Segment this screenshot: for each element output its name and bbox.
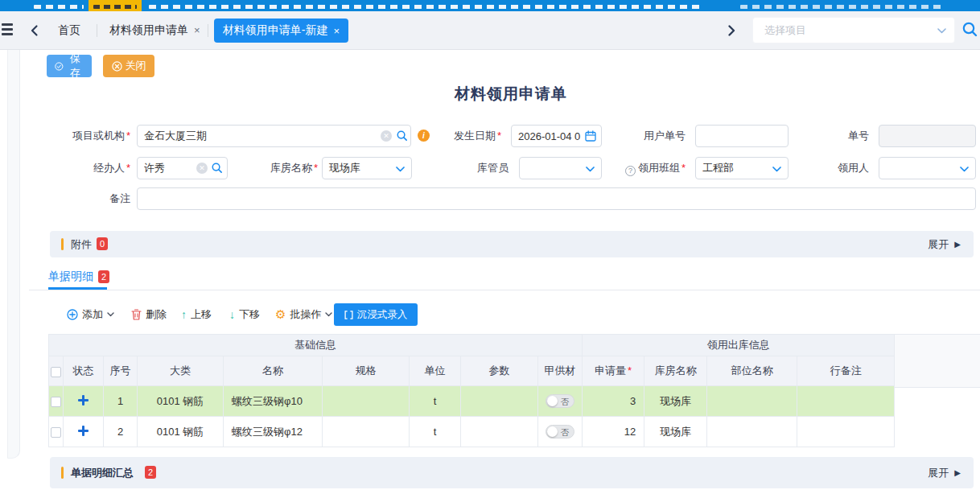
search-icon[interactable] [961,21,978,37]
arrow-down-icon: ↓ [229,308,235,321]
app-window: 首页 材料领用申请单× 材料领用申请单-新建× 保存 [0,0,980,494]
chevron-right-icon[interactable] [727,24,736,37]
tab-close-icon[interactable]: × [334,25,340,37]
remark-label: 备注 [48,187,130,210]
help-icon[interactable]: ? [625,166,636,176]
user-no-input[interactable] [695,125,789,147]
plus-status-icon[interactable] [78,395,89,405]
row-checkbox[interactable] [51,397,61,407]
handler-label: 经办人* [48,157,130,179]
recipient-label: 领用人 [805,157,869,179]
toggle-knob [547,396,558,406]
project-label: 项目或机构* [48,125,130,147]
arrow-up-icon: ↑ [181,308,187,321]
menubar-highlighted-item[interactable] [89,0,142,11]
summary-expand-button[interactable]: 展开 ▶ [928,457,961,488]
immersive-entry-label: 沉浸式录入 [357,308,408,322]
tab-material-requisition-list[interactable]: 材料领用申请单× [109,11,200,49]
plus-status-icon[interactable] [78,426,89,436]
expand-label: 展开 [928,466,949,480]
grid-group-header-row: 基础信息 领用出库信息 [49,335,895,356]
hamburger-menu-icon[interactable] [2,23,13,36]
cell-category: 0101 钢筋 [138,386,224,417]
tab-material-requisition-new[interactable]: 材料领用申请单-新建× [214,19,348,43]
col-header-unit: 单位 [410,356,461,386]
search-icon[interactable] [396,130,408,142]
keeper-select[interactable] [519,157,602,179]
cell-qty[interactable]: 12 [583,417,644,447]
warehouse-label: 库房名称* [241,157,318,179]
detail-grid: 基础信息 领用出库信息 状态 序号 大类 名称 规格 单位 参数 甲供材 申请量… [48,334,895,447]
move-down-button[interactable]: ↓ 下移 [229,303,260,326]
attachments-expand-button[interactable]: 展开 ▶ [928,231,961,257]
tab-divider [208,24,208,37]
remark-input[interactable] [137,187,976,210]
cell-qty[interactable]: 3 [583,386,644,417]
grid-column-header-row: 状态 序号 大类 名称 规格 单位 参数 甲供材 申请量* 库房名称 部位名称 … [49,356,895,386]
tab-detail[interactable]: 单据明细 2 [48,270,109,284]
owner-supplied-toggle[interactable]: 否 [546,394,574,408]
recipient-select[interactable] [879,157,976,179]
chevron-down-icon [396,167,405,172]
section-accent-bar [61,467,64,479]
brackets-icon [344,311,353,319]
select-all-checkbox[interactable] [51,367,61,377]
close-button-label: 关闭 [126,59,146,73]
search-icon[interactable] [211,162,223,174]
detail-count-badge: 2 [98,270,109,283]
cell-param [461,417,538,447]
expand-arrow-icon: ▶ [954,468,961,477]
cell-part [707,386,797,417]
chevron-left-icon[interactable] [30,24,39,37]
calendar-icon[interactable] [585,130,596,142]
group-outbound-info: 领用出库信息 [583,335,895,356]
batch-operation-button[interactable]: ⚙ 批操作 [275,303,332,326]
info-icon[interactable]: i [418,130,430,142]
add-button[interactable]: 添加 [67,303,114,326]
col-header-spec: 规格 [323,356,410,386]
cell-spec [323,417,410,447]
summary-count-badge: 2 [145,466,156,479]
plus-circle-icon [67,309,78,320]
project-select[interactable] [752,17,955,43]
tab-home-label: 首页 [58,23,80,36]
immersive-entry-button[interactable]: 沉浸式录入 [334,303,418,326]
clear-icon[interactable]: ✕ [196,163,208,174]
attachments-count-badge: 0 [97,237,108,250]
project-select-input[interactable] [753,18,954,43]
tab-bar: 首页 材料领用申请单× 材料领用申请单-新建× [0,11,980,50]
clear-icon[interactable]: ✕ [381,130,392,142]
cell-seq: 2 [104,417,138,447]
team-select[interactable]: 工程部 [695,157,789,179]
trash-icon [131,309,142,320]
cell-category: 0101 钢筋 [138,417,224,447]
row-checkbox[interactable] [51,427,61,438]
move-down-label: 下移 [239,307,260,322]
delete-button[interactable]: 删除 [131,303,167,326]
tab-home[interactable]: 首页 [58,11,80,49]
cell-warehouse: 现场库 [644,386,707,417]
row-select-cell [49,386,64,417]
menubar-clipped-text [149,5,704,9]
team-select-value: 工程部 [702,161,734,175]
project-input[interactable] [137,125,411,147]
collapsed-sidebar[interactable] [7,50,20,459]
move-up-button[interactable]: ↑ 上移 [181,303,212,326]
warehouse-select[interactable]: 现场库 [322,157,412,179]
summary-label: 单据明细汇总 [71,466,134,480]
cell-param [461,386,538,417]
batch-operation-label: 批操作 [290,307,321,322]
tab-close-icon[interactable]: × [194,24,200,36]
cell-part [707,417,797,447]
section-accent-bar [61,238,64,250]
cell-row-remark [797,386,895,417]
menubar-clipped-text [93,5,137,9]
keeper-label: 库管员 [441,157,509,179]
owner-supplied-toggle[interactable]: 否 [546,425,574,438]
close-button[interactable]: 关闭 [103,55,154,77]
page-title: 材料领用申请单 [48,84,974,105]
save-button[interactable]: 保存 [47,55,92,77]
team-label: ?领用班组* [595,157,686,179]
chevron-down-icon [107,312,114,317]
check-circle-icon [55,61,64,72]
